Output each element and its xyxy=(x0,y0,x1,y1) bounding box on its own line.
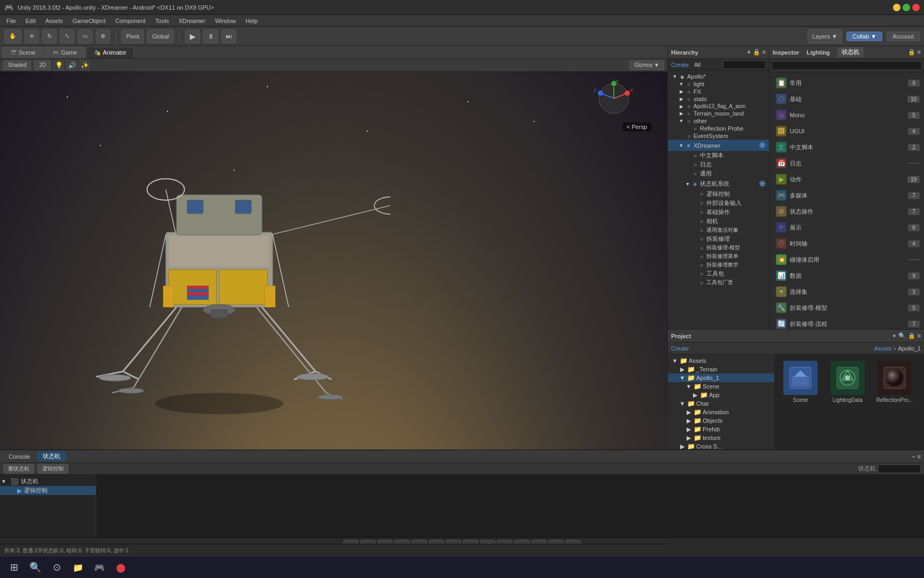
hierarchy-lock-icon[interactable]: 🔒 xyxy=(753,49,760,56)
taskbar-unity[interactable]: 🎮 xyxy=(90,558,109,577)
insp-row-mono[interactable]: ◎ Mono 5 xyxy=(772,107,922,123)
hier-item-light[interactable]: ▼ ○ light xyxy=(668,80,769,88)
close-btn[interactable] xyxy=(912,4,920,11)
tab-game[interactable]: 🎮 Game xyxy=(44,47,85,58)
inspector-lock-icon[interactable]: 🔒 xyxy=(908,49,915,56)
expand-arrow[interactable]: ▶ xyxy=(679,96,684,102)
hier-item-jichu[interactable]: ○ 基础操作 xyxy=(668,208,769,217)
tool-scale[interactable]: ⤡ xyxy=(60,29,74,43)
menu-window[interactable]: Window xyxy=(211,17,240,25)
menu-file[interactable]: File xyxy=(2,17,20,25)
hierarchy-search[interactable] xyxy=(723,60,766,69)
expand-arrow[interactable]: ▼ xyxy=(672,74,677,79)
project-add-icon[interactable]: + xyxy=(892,332,896,339)
console-row-logic[interactable]: ▶ 逻辑控制 xyxy=(0,486,96,495)
hier-item-terrain[interactable]: ▶ ○ Terrain_moon_land xyxy=(668,110,769,117)
tool-hand[interactable]: ✋ xyxy=(4,29,21,43)
console-tool-stateMachine[interactable]: 重状态机 xyxy=(3,464,34,474)
insp-row-duomei[interactable]: 🎮 多媒体 7 xyxy=(772,187,922,203)
proj-item-scene[interactable]: ▼ 📁 Scene xyxy=(668,382,774,391)
hier-item-activateobj[interactable]: ○ 通用激活对象 xyxy=(668,226,769,234)
audio-toggle[interactable]: 🔊 xyxy=(67,60,76,70)
insp-row-rizi[interactable]: 📅 日志 xyxy=(772,155,922,171)
tool-rotate[interactable]: ↻ xyxy=(42,29,57,43)
tool-move[interactable]: ✛ xyxy=(25,29,39,43)
effect-toggle[interactable]: ✨ xyxy=(80,60,89,70)
insp-row-zhongwen[interactable]: 文 中文脚本 2 xyxy=(772,139,922,155)
project-create-btn[interactable]: Create xyxy=(671,345,689,352)
play-btn[interactable]: ▶ xyxy=(185,29,200,43)
console-menu-icon[interactable]: ≡ xyxy=(918,453,921,460)
console-collapse-icon[interactable]: − xyxy=(912,453,915,460)
xdreamer-inspector-tab[interactable]: 状态机 xyxy=(837,47,864,57)
insp-row-zhuangtai[interactable]: ⚙ 状态操作 7 xyxy=(772,203,922,219)
proj-item-assets[interactable]: ▼ 📁 Assets xyxy=(668,356,774,365)
hier-item-other[interactable]: ▼ ○ other xyxy=(668,117,769,125)
hier-item-fx[interactable]: ▶ ○ FX xyxy=(668,88,769,95)
menu-help[interactable]: Help xyxy=(241,17,262,25)
taskbar-view[interactable]: ⊙ xyxy=(47,558,66,577)
console-tool-logic[interactable]: 逻辑控制 xyxy=(37,464,68,474)
gizmos-btn[interactable]: Gizmos ▼ xyxy=(629,60,664,70)
insp-row-xuanzej[interactable]: ✦ 选择集 3 xyxy=(772,284,922,300)
pause-btn[interactable]: ⏸ xyxy=(203,29,218,43)
insp-row-pengzhuang-enable[interactable]: 💥 碰撞体启用 xyxy=(772,252,922,268)
hier-item-repairmenu[interactable]: ○ 拆装修理菜单 xyxy=(668,252,769,261)
account-btn[interactable]: Account xyxy=(887,32,920,41)
tool-rect[interactable]: ▭ xyxy=(78,29,93,43)
hier-item-static[interactable]: ▶ ○ static xyxy=(668,95,769,103)
tab-state-machine[interactable]: 状态机 xyxy=(37,451,66,461)
proj-item-char[interactable]: ▼ 📁 Char xyxy=(668,399,774,408)
proj-item-animation[interactable]: ▶ 📁 Animation xyxy=(668,408,774,416)
step-btn[interactable]: ⏭ xyxy=(221,29,236,43)
insp-row-zhanshi[interactable]: 👁 展示 6 xyxy=(772,219,922,235)
expand-arrow[interactable]: ▶ xyxy=(679,111,684,116)
tool-custom[interactable]: ⊕ xyxy=(96,29,110,43)
tab-console[interactable]: Console xyxy=(3,452,35,461)
gizmo[interactable]: X Y Z xyxy=(592,77,635,120)
maximize-btn[interactable] xyxy=(903,4,910,11)
asset-item-scene[interactable]: Scene xyxy=(779,359,822,405)
asset-item-reflection[interactable]: ReflectionPro... xyxy=(873,359,916,405)
expand-arrow[interactable]: ▼ xyxy=(685,181,690,187)
expand-arrow[interactable]: ▼ xyxy=(679,118,684,124)
breadcrumb-assets[interactable]: Assets xyxy=(874,345,891,352)
breadcrumb-apollo[interactable]: Apollo_1 xyxy=(898,345,921,352)
pivot-btn[interactable]: Pivot xyxy=(121,29,144,43)
insp-row-jichu[interactable]: ⬡ 基础 10 xyxy=(772,91,922,107)
persp-label[interactable]: < Persp xyxy=(622,123,651,131)
collab-btn[interactable]: Collab ▼ xyxy=(846,32,882,41)
inspector-menu-icon[interactable]: ≡ xyxy=(918,49,921,56)
tab-animator[interactable]: 🎭 Animator xyxy=(86,47,134,58)
taskbar-start[interactable]: ⊞ xyxy=(4,558,24,577)
project-lock-icon[interactable]: 🔒 xyxy=(908,332,915,339)
hier-item-xdreamer[interactable]: ▼ ◈ XDreamer ❋ xyxy=(668,140,769,151)
hier-item-rizi[interactable]: ○ 日志 xyxy=(668,160,769,169)
tab-scene[interactable]: 🎬 Scene xyxy=(2,47,43,58)
menu-assets[interactable]: Assets xyxy=(41,17,67,25)
console-row-sm[interactable]: ▼ ⬛ 状态机 xyxy=(0,477,96,486)
hier-item-eventsystem[interactable]: ○ EventSystem xyxy=(668,132,769,140)
insp-row-shijian[interactable]: ⏱ 时间轴 4 xyxy=(772,235,922,252)
hier-item-apollo13flag[interactable]: ▶ ○ Apollo13_flag_A_asm xyxy=(668,103,769,110)
insp-row-shuju[interactable]: 📊 数据 9 xyxy=(772,268,922,284)
insp-row-dongzuo[interactable]: ▶ 动作 19 xyxy=(772,171,922,187)
hier-item-repairteach[interactable]: ○ 拆装修理教学 xyxy=(668,261,769,269)
insp-row-ugui[interactable]: 🆄 UGUI 4 xyxy=(772,123,922,139)
console-search[interactable] xyxy=(878,465,921,473)
hier-item-apollo[interactable]: ▼ ◈ Apollo* xyxy=(668,73,769,80)
taskbar-record[interactable]: ⬤ xyxy=(111,558,130,577)
all-label[interactable]: All xyxy=(694,62,700,68)
menu-xdreamer[interactable]: XDreamer xyxy=(174,17,210,25)
proj-item-app[interactable]: ▶ 📁 App xyxy=(668,391,774,399)
hier-item-waishe[interactable]: ○ 外部设备输入 xyxy=(668,199,769,208)
expand-arrow[interactable]: ▶ xyxy=(679,104,684,109)
insp-row-chaizhuang-model[interactable]: 🔧 折装修理-模型 5 xyxy=(772,300,922,316)
asset-item-lighting[interactable]: LightingData xyxy=(826,359,869,405)
2d-btn[interactable]: 2D xyxy=(34,60,51,70)
hier-item-toolsfactory[interactable]: ○ 工具包厂景 xyxy=(668,278,769,287)
expand-arrow[interactable]: ▼ xyxy=(679,81,684,87)
expand-arrow[interactable]: ▶ xyxy=(679,89,684,94)
menu-component[interactable]: Component xyxy=(111,17,150,25)
expand-arrow[interactable]: ▼ xyxy=(679,143,684,148)
